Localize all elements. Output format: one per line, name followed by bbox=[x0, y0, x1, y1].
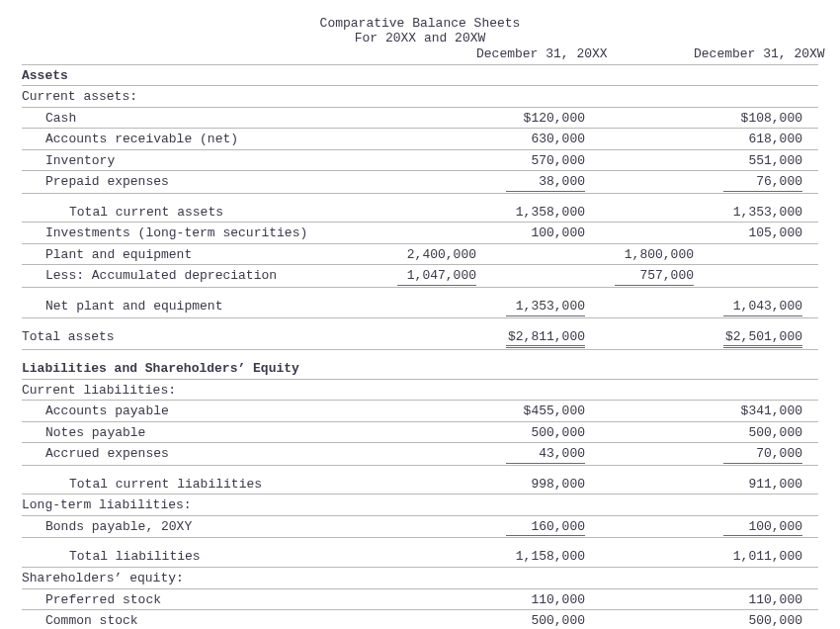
value-investments-b: 105,000 bbox=[694, 225, 802, 242]
divider-icon bbox=[22, 317, 818, 318]
label-total-liab: Total liabilities bbox=[22, 548, 368, 566]
divider-icon bbox=[22, 107, 818, 108]
value-accrued-b: 70,000 bbox=[694, 445, 802, 463]
current-liab-label: Current liabilities: bbox=[22, 382, 368, 400]
divider-icon bbox=[22, 609, 818, 610]
divider-icon bbox=[22, 243, 818, 244]
table-row: Inventory 570,000 551,000 bbox=[22, 152, 818, 170]
value-total-assets-b: $2,501,000 bbox=[694, 328, 802, 346]
divider-icon bbox=[22, 85, 818, 86]
value-total-liab-b: 1,011,000 bbox=[694, 548, 802, 566]
value-bonds-a: 160,000 bbox=[476, 518, 585, 536]
column-headers: December 31, 20XX December 31, 20XW bbox=[22, 45, 818, 63]
label-total-current-liab: Total current liabilities bbox=[22, 476, 368, 494]
label-less-depr: Less: Accumulated depreciation bbox=[22, 267, 368, 285]
value-prepaid-b: 76,000 bbox=[694, 173, 802, 191]
divider-icon bbox=[22, 465, 818, 466]
label-preferred: Preferred stock bbox=[22, 591, 368, 609]
divider-icon bbox=[22, 64, 818, 65]
divider-icon bbox=[22, 400, 818, 401]
label-inventory: Inventory bbox=[22, 152, 368, 170]
rule-row bbox=[22, 191, 818, 192]
col-header-a: December 31, 20XX bbox=[476, 45, 585, 63]
label-bonds: Bonds payable, 20XY bbox=[22, 518, 368, 536]
label-plant-equipment: Plant and equipment bbox=[22, 246, 368, 264]
label-common: Common stock bbox=[22, 612, 368, 629]
table-row: Total assets $2,811,000 $2,501,000 bbox=[22, 328, 818, 346]
value-ap-a: $455,000 bbox=[476, 403, 585, 420]
table-row: Investments (long-term securities) 100,0… bbox=[22, 225, 818, 242]
divider-icon bbox=[22, 349, 818, 350]
value-accrued-a: 43,000 bbox=[476, 445, 585, 463]
value-depr-a-sub: 1,047,000 bbox=[368, 267, 476, 285]
label-ar: Accounts receivable (net) bbox=[22, 131, 368, 148]
value-pref-a: 110,000 bbox=[476, 591, 585, 609]
value-netplant-a: 1,353,000 bbox=[476, 298, 585, 315]
divider-icon bbox=[22, 128, 818, 129]
table-row: Plant and equipment 2,400,000 1,800,000 bbox=[22, 246, 818, 264]
label-total-assets: Total assets bbox=[22, 328, 368, 346]
value-total-liab-a: 1,158,000 bbox=[476, 548, 585, 566]
value-common-a: 500,000 bbox=[476, 612, 585, 629]
divider-icon bbox=[22, 379, 818, 380]
rule-row bbox=[22, 463, 818, 464]
value-pref-b: 110,000 bbox=[694, 591, 802, 609]
col-header-b: December 31, 20XW bbox=[694, 45, 802, 63]
value-tcl-a: 998,000 bbox=[476, 476, 585, 494]
value-inventory-a: 570,000 bbox=[476, 152, 585, 170]
table-row: Notes payable 500,000 500,000 bbox=[22, 424, 818, 442]
value-ar-a: 630,000 bbox=[476, 131, 585, 148]
value-cash-a: $120,000 bbox=[476, 110, 585, 128]
value-netplant-b: 1,043,000 bbox=[694, 298, 802, 315]
divider-icon bbox=[22, 515, 818, 516]
value-plant-b-sub: 1,800,000 bbox=[585, 246, 694, 264]
value-bonds-b: 100,000 bbox=[694, 518, 802, 536]
label-accrued: Accrued expenses bbox=[22, 445, 368, 463]
value-ar-b: 618,000 bbox=[694, 131, 802, 148]
divider-icon bbox=[22, 222, 818, 223]
label-prepaid: Prepaid expenses bbox=[22, 173, 368, 191]
divider-icon bbox=[22, 287, 818, 288]
value-investments-a: 100,000 bbox=[476, 225, 585, 242]
title: Comparative Balance Sheets bbox=[22, 16, 818, 31]
se-label: Shareholders’ equity: bbox=[22, 570, 368, 587]
divider-icon bbox=[22, 170, 818, 171]
value-tcl-b: 911,000 bbox=[694, 476, 802, 494]
table-row: Accounts receivable (net) 630,000 618,00… bbox=[22, 131, 818, 148]
value-total-assets-a: $2,811,000 bbox=[476, 328, 585, 346]
table-row: Total liabilities 1,158,000 1,011,000 bbox=[22, 548, 818, 566]
current-assets-label: Current assets: bbox=[22, 88, 368, 106]
subtitle: For 20XX and 20XW bbox=[22, 31, 818, 45]
value-inventory-b: 551,000 bbox=[694, 152, 802, 170]
divider-icon bbox=[22, 421, 818, 422]
label-cash: Cash bbox=[22, 110, 368, 128]
divider-icon bbox=[22, 494, 818, 494]
label-ap: Accounts payable bbox=[22, 403, 368, 420]
table-row: Total current liabilities 998,000 911,00… bbox=[22, 476, 818, 494]
divider-icon bbox=[22, 149, 818, 150]
assets-header: Assets bbox=[22, 67, 368, 85]
liab-eq-header: Liabilities and Shareholders’ Equity bbox=[22, 360, 368, 378]
table-row: Net plant and equipment 1,353,000 1,043,… bbox=[22, 298, 818, 315]
value-ap-b: $341,000 bbox=[694, 403, 802, 420]
value-notes-a: 500,000 bbox=[476, 424, 585, 442]
value-cash-b: $108,000 bbox=[694, 110, 802, 128]
label-notes-payable: Notes payable bbox=[22, 424, 368, 442]
divider-icon bbox=[22, 567, 818, 568]
table-row: Less: Accumulated depreciation 1,047,000… bbox=[22, 267, 818, 285]
value-plant-a-sub: 2,400,000 bbox=[368, 246, 476, 264]
divider-icon bbox=[22, 264, 818, 265]
value-depr-b-sub: 757,000 bbox=[585, 267, 694, 285]
table-row: Preferred stock 110,000 110,000 bbox=[22, 591, 818, 609]
value-notes-b: 500,000 bbox=[694, 424, 802, 442]
table-row: Total current assets 1,358,000 1,353,000 bbox=[22, 204, 818, 222]
label-net-plant: Net plant and equipment bbox=[22, 298, 368, 315]
value-tca-a: 1,358,000 bbox=[476, 204, 585, 222]
rule-row bbox=[22, 345, 818, 348]
table-row: Common stock 500,000 500,000 bbox=[22, 612, 818, 629]
value-common-b: 500,000 bbox=[694, 612, 802, 629]
rule-row bbox=[22, 315, 818, 316]
table-row: Accounts payable $455,000 $341,000 bbox=[22, 403, 818, 420]
value-tca-b: 1,353,000 bbox=[694, 204, 802, 222]
divider-icon bbox=[22, 588, 818, 589]
